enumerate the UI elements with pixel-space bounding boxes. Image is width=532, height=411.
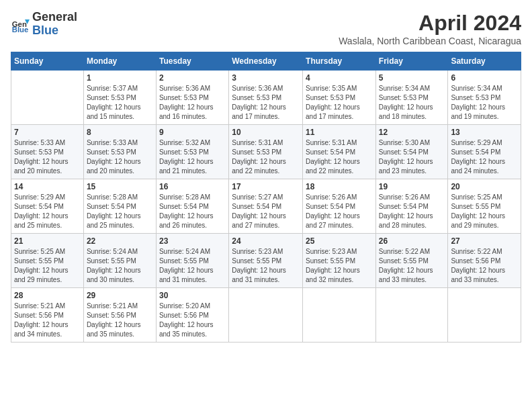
calendar-cell: [448, 288, 521, 342]
day-info: Sunrise: 5:23 AM Sunset: 5:55 PM Dayligh…: [232, 247, 300, 285]
weekday-header: Thursday: [303, 52, 376, 71]
day-number: 4: [306, 73, 373, 83]
day-info: Sunrise: 5:35 AM Sunset: 5:53 PM Dayligh…: [306, 84, 373, 122]
day-number: 7: [14, 128, 81, 137]
calendar-cell: 17Sunrise: 5:27 AM Sunset: 5:54 PM Dayli…: [229, 179, 303, 234]
day-info: Sunrise: 5:28 AM Sunset: 5:54 PM Dayligh…: [87, 193, 153, 230]
calendar-cell: 15Sunrise: 5:28 AM Sunset: 5:54 PM Dayli…: [83, 179, 156, 234]
logo-text: General Blue: [32, 11, 77, 38]
svg-text:Blue: Blue: [12, 26, 29, 34]
calendar-cell: 7Sunrise: 5:33 AM Sunset: 5:53 PM Daylig…: [11, 125, 84, 179]
calendar-cell: 9Sunrise: 5:32 AM Sunset: 5:53 PM Daylig…: [156, 125, 228, 179]
calendar-cell: [229, 288, 303, 342]
logo-general: General: [32, 11, 77, 24]
month-title: April 2024: [339, 11, 521, 36]
day-info: Sunrise: 5:20 AM Sunset: 5:56 PM Dayligh…: [159, 302, 226, 339]
day-info: Sunrise: 5:26 AM Sunset: 5:54 PM Dayligh…: [306, 193, 373, 230]
weekday-header: Tuesday: [156, 52, 228, 71]
day-number: 27: [451, 236, 518, 246]
calendar-cell: 5Sunrise: 5:34 AM Sunset: 5:53 PM Daylig…: [375, 71, 448, 125]
calendar-cell: [375, 288, 448, 342]
day-info: Sunrise: 5:36 AM Sunset: 5:53 PM Dayligh…: [232, 84, 300, 122]
calendar-cell: 22Sunrise: 5:24 AM Sunset: 5:55 PM Dayli…: [83, 234, 156, 288]
day-number: 5: [379, 73, 445, 83]
calendar-week-row: 7Sunrise: 5:33 AM Sunset: 5:53 PM Daylig…: [11, 125, 521, 179]
calendar-cell: 23Sunrise: 5:24 AM Sunset: 5:55 PM Dayli…: [156, 234, 228, 288]
day-info: Sunrise: 5:29 AM Sunset: 5:54 PM Dayligh…: [14, 193, 81, 230]
day-number: 21: [14, 236, 81, 246]
day-number: 29: [87, 291, 153, 300]
logo: Gen Blue General Blue: [11, 11, 77, 38]
calendar-cell: 29Sunrise: 5:21 AM Sunset: 5:56 PM Dayli…: [83, 288, 156, 342]
weekday-header: Wednesday: [229, 52, 303, 71]
calendar-cell: [303, 288, 376, 342]
day-info: Sunrise: 5:34 AM Sunset: 5:53 PM Dayligh…: [379, 84, 445, 122]
weekday-header: Monday: [83, 52, 156, 71]
calendar-cell: 18Sunrise: 5:26 AM Sunset: 5:54 PM Dayli…: [303, 179, 376, 234]
day-number: 22: [87, 236, 153, 246]
calendar-week-row: 21Sunrise: 5:25 AM Sunset: 5:55 PM Dayli…: [11, 234, 521, 288]
day-number: 24: [232, 236, 300, 246]
day-number: 13: [451, 128, 518, 137]
day-number: 2: [159, 73, 226, 83]
calendar-cell: 27Sunrise: 5:22 AM Sunset: 5:56 PM Dayli…: [448, 234, 521, 288]
day-info: Sunrise: 5:29 AM Sunset: 5:54 PM Dayligh…: [451, 138, 518, 176]
day-info: Sunrise: 5:31 AM Sunset: 5:53 PM Dayligh…: [232, 138, 300, 176]
calendar-table: SundayMondayTuesdayWednesdayThursdayFrid…: [11, 52, 521, 342]
calendar-header-row: SundayMondayTuesdayWednesdayThursdayFrid…: [11, 52, 521, 71]
day-info: Sunrise: 5:25 AM Sunset: 5:55 PM Dayligh…: [451, 193, 518, 230]
day-info: Sunrise: 5:22 AM Sunset: 5:55 PM Dayligh…: [379, 247, 445, 285]
calendar-cell: 26Sunrise: 5:22 AM Sunset: 5:55 PM Dayli…: [375, 234, 448, 288]
day-info: Sunrise: 5:26 AM Sunset: 5:54 PM Dayligh…: [379, 193, 445, 230]
day-number: 1: [87, 73, 153, 83]
calendar-cell: 11Sunrise: 5:31 AM Sunset: 5:54 PM Dayli…: [303, 125, 376, 179]
calendar-cell: 16Sunrise: 5:28 AM Sunset: 5:54 PM Dayli…: [156, 179, 228, 234]
day-info: Sunrise: 5:32 AM Sunset: 5:53 PM Dayligh…: [159, 138, 226, 176]
calendar-cell: 21Sunrise: 5:25 AM Sunset: 5:55 PM Dayli…: [11, 234, 84, 288]
weekday-header: Friday: [375, 52, 448, 71]
title-block: April 2024 Waslala, North Caribbean Coas…: [339, 11, 521, 46]
day-info: Sunrise: 5:33 AM Sunset: 5:53 PM Dayligh…: [14, 138, 81, 176]
day-info: Sunrise: 5:25 AM Sunset: 5:55 PM Dayligh…: [14, 247, 81, 285]
day-number: 28: [14, 291, 81, 300]
day-number: 18: [306, 182, 373, 191]
calendar-cell: 25Sunrise: 5:23 AM Sunset: 5:55 PM Dayli…: [303, 234, 376, 288]
day-info: Sunrise: 5:21 AM Sunset: 5:56 PM Dayligh…: [87, 302, 153, 339]
calendar-week-row: 14Sunrise: 5:29 AM Sunset: 5:54 PM Dayli…: [11, 179, 521, 234]
day-info: Sunrise: 5:22 AM Sunset: 5:56 PM Dayligh…: [451, 247, 518, 285]
day-number: 3: [232, 73, 300, 83]
day-info: Sunrise: 5:30 AM Sunset: 5:54 PM Dayligh…: [379, 138, 445, 176]
calendar-cell: 4Sunrise: 5:35 AM Sunset: 5:53 PM Daylig…: [303, 71, 376, 125]
day-number: 9: [159, 128, 226, 137]
day-number: 20: [451, 182, 518, 191]
calendar-cell: 3Sunrise: 5:36 AM Sunset: 5:53 PM Daylig…: [229, 71, 303, 125]
calendar-cell: 24Sunrise: 5:23 AM Sunset: 5:55 PM Dayli…: [229, 234, 303, 288]
calendar-cell: 19Sunrise: 5:26 AM Sunset: 5:54 PM Dayli…: [375, 179, 448, 234]
calendar-cell: 13Sunrise: 5:29 AM Sunset: 5:54 PM Dayli…: [448, 125, 521, 179]
calendar-week-row: 1Sunrise: 5:37 AM Sunset: 5:53 PM Daylig…: [11, 71, 521, 125]
calendar-cell: 14Sunrise: 5:29 AM Sunset: 5:54 PM Dayli…: [11, 179, 84, 234]
day-number: 23: [159, 236, 226, 246]
calendar-cell: 12Sunrise: 5:30 AM Sunset: 5:54 PM Dayli…: [375, 125, 448, 179]
day-info: Sunrise: 5:21 AM Sunset: 5:56 PM Dayligh…: [14, 302, 81, 339]
logo-icon: Gen Blue: [11, 15, 30, 34]
day-number: 16: [159, 182, 226, 191]
calendar-cell: 30Sunrise: 5:20 AM Sunset: 5:56 PM Dayli…: [156, 288, 228, 342]
day-number: 10: [232, 128, 300, 137]
day-info: Sunrise: 5:36 AM Sunset: 5:53 PM Dayligh…: [159, 84, 226, 122]
day-number: 15: [87, 182, 153, 191]
calendar-cell: 20Sunrise: 5:25 AM Sunset: 5:55 PM Dayli…: [448, 179, 521, 234]
day-number: 19: [379, 182, 445, 191]
page-header: Gen Blue General Blue April 2024 Waslala…: [11, 11, 521, 46]
day-number: 11: [306, 128, 373, 137]
calendar-cell: 28Sunrise: 5:21 AM Sunset: 5:56 PM Dayli…: [11, 288, 84, 342]
day-number: 26: [379, 236, 445, 246]
logo-blue: Blue: [32, 24, 77, 38]
calendar-week-row: 28Sunrise: 5:21 AM Sunset: 5:56 PM Dayli…: [11, 288, 521, 342]
weekday-header: Sunday: [11, 52, 84, 71]
calendar-cell: 1Sunrise: 5:37 AM Sunset: 5:53 PM Daylig…: [83, 71, 156, 125]
day-info: Sunrise: 5:23 AM Sunset: 5:55 PM Dayligh…: [306, 247, 373, 285]
day-info: Sunrise: 5:27 AM Sunset: 5:54 PM Dayligh…: [232, 193, 300, 230]
calendar-cell: 10Sunrise: 5:31 AM Sunset: 5:53 PM Dayli…: [229, 125, 303, 179]
calendar-cell: 8Sunrise: 5:33 AM Sunset: 5:53 PM Daylig…: [83, 125, 156, 179]
